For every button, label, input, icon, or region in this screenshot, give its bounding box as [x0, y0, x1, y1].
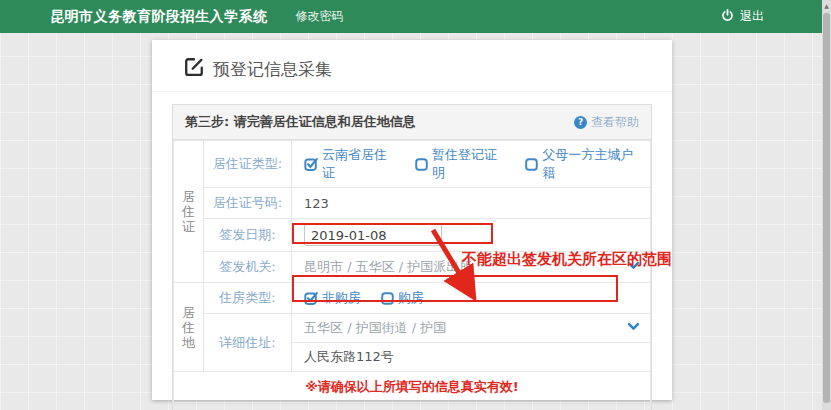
vertical-scrollbar[interactable]: ▲ [822, 0, 831, 410]
group-label-permit: 居住证 [174, 141, 204, 283]
warning-text: ※请确保以上所填写的信息真实有效! [174, 372, 651, 403]
view-help-link[interactable]: ? 查看帮助 [574, 114, 639, 131]
issue-authority-label: 签发机关: [204, 252, 292, 283]
step-panel-header: 第三步: 请完善居住证信息和居住地信息 ? 查看帮助 [173, 105, 651, 140]
address-detail-value: 人民东路112号 [292, 343, 651, 372]
main-card: 预登记信息采集 第三步: 请完善居住证信息和居住地信息 ? 查看帮助 居住证 居… [152, 40, 672, 400]
checked-checkbox-icon [304, 157, 318, 171]
permit-number-label: 居住证号码: [204, 188, 292, 219]
checkbox-yunnan-permit[interactable]: 云南省居住证 [304, 146, 395, 182]
unchecked-checkbox-icon [525, 158, 538, 171]
chevron-down-icon[interactable] [627, 320, 640, 336]
annotation-highlight-box-address [292, 275, 618, 302]
app-title: 昆明市义务教育阶段招生入学系统 [50, 8, 268, 26]
table-row: 上一步 下一步 [174, 403, 651, 410]
app-header: 昆明市义务教育阶段招生入学系统 修改密码 退出 [0, 0, 822, 33]
unchecked-checkbox-icon [415, 158, 428, 171]
question-icon: ? [574, 116, 587, 129]
permit-type-options: 云南省居住证 暂住登记证明 父母一方主城户籍 [292, 141, 651, 188]
table-row: 居住证 居住证类型: 云南省居住证 [174, 141, 651, 188]
page-title-bar: 预登记信息采集 [152, 40, 672, 92]
view-help-label: 查看帮助 [591, 114, 639, 131]
issue-authority-value: 昆明市 / 五华区 / 护国派出所 [304, 258, 472, 276]
permit-type-label: 居住证类型: [204, 141, 292, 188]
checkbox-temporary-registration[interactable]: 暂住登记证明 [415, 146, 505, 182]
table-row: ※请确保以上所填写的信息真实有效! [174, 372, 651, 403]
address-region-value: 五华区 / 护国街道 / 护国 [304, 319, 446, 337]
address-region-dropdown[interactable]: 五华区 / 护国街道 / 护国 [292, 314, 651, 343]
edit-icon [184, 57, 204, 81]
annotation-text: 不能超出签发机关所在区的范围 [462, 250, 672, 269]
housing-type-label: 住房类型: [204, 283, 292, 314]
step-title: 第三步: 请完善居住证信息和居住地信息 [185, 113, 416, 131]
logout-button[interactable]: 退出 [721, 0, 764, 33]
issue-date-label: 签发日期: [204, 219, 292, 252]
scroll-up-icon[interactable]: ▲ [823, 2, 830, 10]
logout-label: 退出 [740, 8, 764, 25]
permit-number-value: 123 [292, 188, 651, 219]
scrollbar-thumb[interactable] [823, 13, 830, 403]
table-row: 居住证号码: 123 [174, 188, 651, 219]
address-label: 详细住址: [204, 314, 292, 372]
page-title: 预登记信息采集 [213, 58, 332, 81]
power-icon [721, 7, 740, 26]
nav-row: 上一步 下一步 [174, 403, 651, 410]
table-row: 详细住址: 五华区 / 护国街道 / 护国 [174, 314, 651, 343]
change-password-link[interactable]: 修改密码 [296, 8, 344, 25]
checkbox-parent-hukou[interactable]: 父母一方主城户籍 [525, 146, 640, 182]
group-label-residence: 居住地 [174, 283, 204, 372]
annotation-highlight-box-issue-authority [292, 223, 493, 244]
